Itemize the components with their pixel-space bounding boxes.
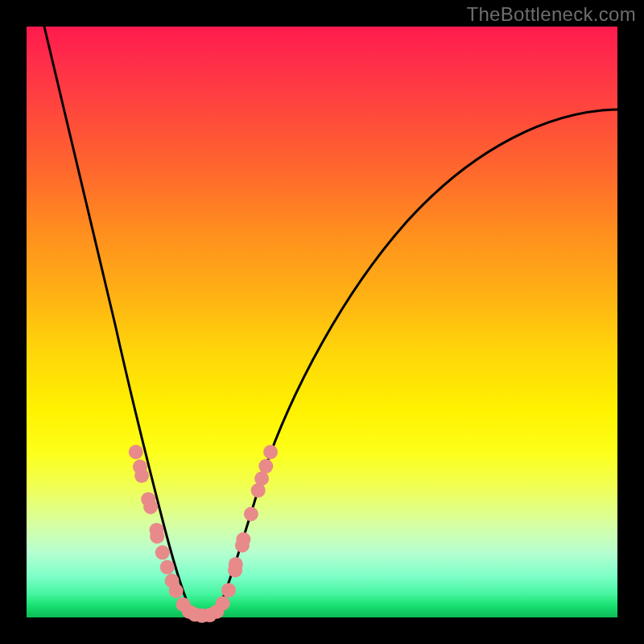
- scatter-dot: [254, 472, 269, 486]
- plot-area: [27, 27, 617, 617]
- outer-frame: TheBottleneck.com: [0, 0, 644, 644]
- scatter-dot: [221, 583, 236, 597]
- chart-svg: [27, 27, 617, 617]
- curve-group: [44, 27, 617, 616]
- scatter-dot: [263, 445, 278, 460]
- scatter-dot: [155, 545, 170, 559]
- watermark-text: TheBottleneck.com: [466, 3, 636, 26]
- scatter-dot: [258, 459, 273, 473]
- scatter-dot: [244, 507, 258, 522]
- scatter-dot: [229, 557, 243, 572]
- scatter-dot: [236, 532, 250, 547]
- scatter-dot: [150, 529, 164, 543]
- scatter-dot: [169, 584, 184, 598]
- scatter-dot: [143, 500, 158, 514]
- scatter-dot: [216, 596, 230, 610]
- bottleneck-curve-right-path: [216, 109, 617, 614]
- scatter-dot: [134, 469, 149, 483]
- bottleneck-curve-left-path: [44, 27, 192, 614]
- scatter-dot: [160, 560, 175, 575]
- scatter-dot: [129, 445, 143, 460]
